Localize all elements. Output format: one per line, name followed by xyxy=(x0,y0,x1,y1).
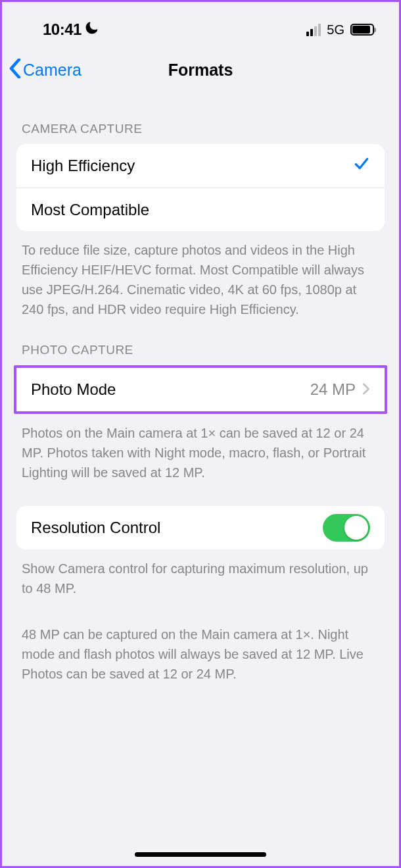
home-indicator[interactable] xyxy=(135,852,266,857)
footer-camera-capture: To reduce file size, capture photos and … xyxy=(16,231,385,319)
resolution-control-label: Resolution Control xyxy=(31,519,160,537)
option-high-efficiency[interactable]: High Efficiency xyxy=(16,144,385,188)
resolution-control-toggle[interactable] xyxy=(323,514,370,542)
chevron-left-icon xyxy=(9,59,22,82)
group-camera-capture: High Efficiency Most Compatible xyxy=(16,144,385,231)
status-time: 10:41 xyxy=(43,20,82,39)
option-most-compatible[interactable]: Most Compatible xyxy=(16,188,385,231)
footer-photo-capture: Photos on the Main camera at 1× can be s… xyxy=(16,414,385,482)
group-resolution-control: Resolution Control xyxy=(16,506,385,549)
chevron-right-icon xyxy=(362,380,370,399)
section-header-photo-capture: PHOTO CAPTURE xyxy=(16,319,385,365)
settings-screen: 10:41 5G Camera Formats CAMERA CAPTURE H… xyxy=(2,2,399,866)
back-button[interactable]: Camera xyxy=(9,59,82,82)
footer-resolution-1: Show Camera control for capturing maximu… xyxy=(16,549,385,598)
toggle-knob xyxy=(344,516,368,540)
photo-mode-value: 24 MP xyxy=(310,380,356,399)
option-label: High Efficiency xyxy=(31,157,135,175)
group-photo-mode: Photo Mode 24 MP xyxy=(16,368,385,411)
row-resolution-control[interactable]: Resolution Control xyxy=(16,506,385,549)
content: CAMERA CAPTURE High Efficiency Most Comp… xyxy=(2,90,399,866)
option-label: Most Compatible xyxy=(31,201,149,219)
status-right: 5G xyxy=(306,22,374,38)
footer-resolution-2: 48 MP can be captured on the Main camera… xyxy=(16,615,385,684)
nav-bar: Camera Formats xyxy=(2,49,399,90)
do-not-disturb-icon xyxy=(85,22,99,38)
cellular-signal-icon xyxy=(306,24,321,36)
annotation-highlight: Photo Mode 24 MP xyxy=(14,365,387,414)
checkmark-icon xyxy=(353,155,370,177)
row-photo-mode[interactable]: Photo Mode 24 MP xyxy=(16,368,385,411)
network-type: 5G xyxy=(327,22,344,38)
status-bar: 10:41 5G xyxy=(2,10,399,49)
status-left: 10:41 xyxy=(43,20,99,39)
battery-icon xyxy=(350,24,374,36)
photo-mode-label: Photo Mode xyxy=(31,380,116,399)
back-label: Camera xyxy=(23,61,82,80)
section-header-camera-capture: CAMERA CAPTURE xyxy=(16,90,385,144)
